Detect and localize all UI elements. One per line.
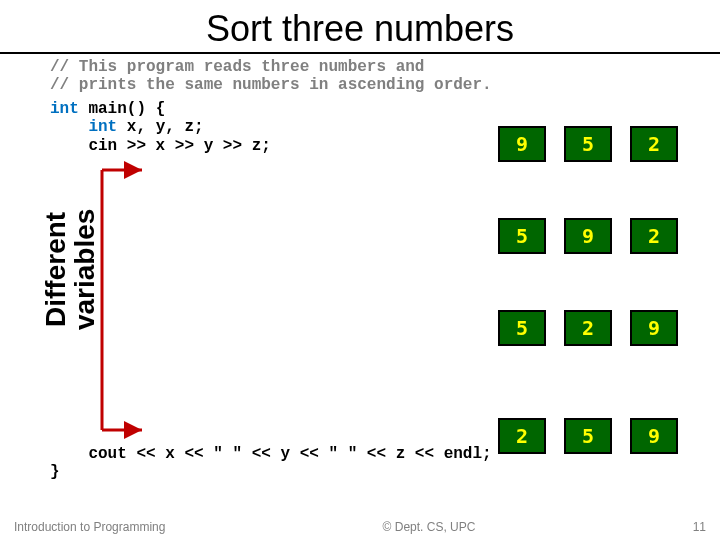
side-label-line-1: Different — [41, 209, 70, 330]
code-main-block: int main() { int x, y, z; cin >> x >> y … — [50, 100, 271, 155]
kw-int-2: int — [88, 118, 117, 136]
title-underline — [0, 52, 720, 54]
cin-line: cin >> x >> y >> z; — [50, 137, 271, 155]
numbox: 2 — [630, 126, 678, 162]
numbox: 9 — [498, 126, 546, 162]
code-output-block: cout << x << " " << y << " " << z << end… — [50, 445, 492, 482]
numbox: 5 — [498, 218, 546, 254]
footer-right: 11 — [693, 520, 706, 534]
bracket-arrows — [92, 160, 152, 440]
box-row-4: 2 5 9 — [498, 418, 678, 454]
footer: Introduction to Programming © Dept. CS, … — [0, 520, 720, 534]
box-row-2: 5 9 2 — [498, 218, 678, 254]
numbox: 2 — [564, 310, 612, 346]
box-row-1: 9 5 2 — [498, 126, 678, 162]
numbox: 2 — [498, 418, 546, 454]
numbox: 5 — [564, 126, 612, 162]
footer-left: Introduction to Programming — [14, 520, 165, 534]
page-title: Sort three numbers — [0, 0, 720, 50]
box-row-3: 5 2 9 — [498, 310, 678, 346]
close-brace: } — [50, 463, 60, 481]
main-signature: main() { — [79, 100, 165, 118]
indent — [50, 118, 88, 136]
numbox: 5 — [498, 310, 546, 346]
comment-line-1: // This program reads three numbers and — [50, 58, 424, 76]
cout-line: cout << x << " " << y << " " << z << end… — [50, 445, 492, 463]
numbox: 5 — [564, 418, 612, 454]
footer-center: © Dept. CS, UPC — [383, 520, 476, 534]
numbox: 9 — [630, 310, 678, 346]
code-comments: // This program reads three numbers and … — [50, 58, 492, 95]
var-decl: x, y, z; — [117, 118, 203, 136]
kw-int-1: int — [50, 100, 79, 118]
numbox: 9 — [630, 418, 678, 454]
comment-line-2: // prints the same numbers in ascending … — [50, 76, 492, 94]
numbox: 2 — [630, 218, 678, 254]
numbox: 9 — [564, 218, 612, 254]
